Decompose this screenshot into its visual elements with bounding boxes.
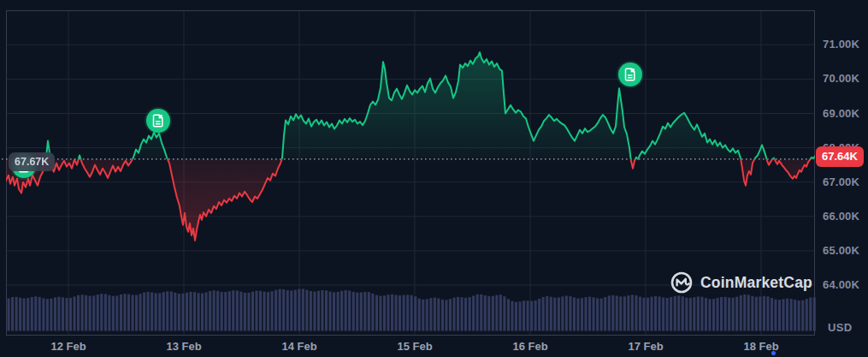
news-event-marker[interactable] (618, 62, 642, 86)
document-icon (624, 68, 636, 81)
baseline-price-badge: 67.67K (9, 152, 55, 171)
price-chart-widget: 67.67K 67.64K USD CoinMarketCap 71.00K70… (0, 0, 868, 357)
document-icon (152, 114, 164, 128)
price-chart-canvas[interactable] (0, 0, 868, 357)
current-price-badge: 67.64K (816, 146, 864, 167)
news-event-marker[interactable] (146, 109, 170, 133)
